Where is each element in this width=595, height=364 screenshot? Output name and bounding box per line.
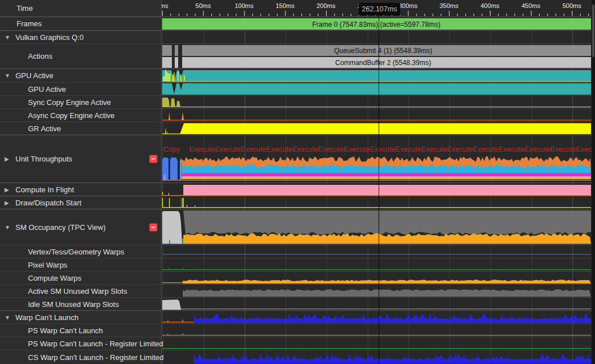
track-compute-warps[interactable] bbox=[162, 271, 592, 284]
sidebar-row-pixel-warps[interactable]: Pixel Warps bbox=[0, 258, 162, 271]
row-warp-cant-launch: ▼Warp Can't Launch bbox=[0, 310, 595, 323]
expand-arrow-icon[interactable]: ▶ bbox=[5, 187, 13, 193]
track-ps-warp-cant-launch[interactable] bbox=[162, 323, 592, 337]
row-gr-active: GR Active bbox=[0, 122, 595, 135]
vertical-scrollbar[interactable] bbox=[592, 0, 595, 364]
sidebar-row-time[interactable]: Time bbox=[0, 0, 162, 17]
track-ps-warp-cant-launch-graphic bbox=[162, 324, 592, 337]
sidebar-row-unit-throughputs[interactable]: ▶Unit Throughputs bbox=[0, 135, 162, 183]
track-frames[interactable]: Frame 0 (7547.83ms) (active=5597.78ms) bbox=[162, 17, 592, 30]
expand-arrow-icon[interactable]: ▶ bbox=[5, 200, 13, 206]
sidebar-row-cs-warp-cant-launch-register-limited[interactable]: CS Warp Can't Launch - Register Limited bbox=[0, 350, 162, 364]
track-compute-warps-graphic bbox=[162, 272, 592, 284]
track-vertex-tess-geometry-warps[interactable] bbox=[162, 245, 592, 258]
queue-submit-label: QueueSubmit 4 (1) (5548.39ms) bbox=[334, 47, 432, 55]
row-vertex-tess-geometry-warps: Vertex/Tess/Geometry Warps bbox=[0, 245, 595, 258]
track-unit-throughputs[interactable]: CopyExecuteExecuteExecuteExecuteExecuteE… bbox=[162, 135, 592, 183]
track-sync-copy-engine-active[interactable] bbox=[162, 95, 592, 108]
track-frames-graphic: Frame 0 (7547.83ms) (active=5597.78ms) bbox=[162, 17, 592, 30]
track-sm-occupancy-tpc-view[interactable] bbox=[162, 209, 592, 245]
track-compute-in-flight[interactable] bbox=[162, 183, 592, 196]
sidebar-row-compute-in-flight[interactable]: ▶Compute In Flight bbox=[0, 183, 162, 196]
sidebar-row-sm-occupancy-tpc-view[interactable]: ▼SM Occupancy (TPC View) bbox=[0, 209, 162, 245]
ruler-tick-label: 150ms bbox=[276, 2, 295, 9]
row-label: PS Warp Can't Launch - Register Limited bbox=[28, 339, 163, 348]
sidebar-row-draw-dispatch-start[interactable]: ▶Draw/Dispatch Start bbox=[0, 196, 162, 209]
collapse-arrow-icon[interactable]: ▼ bbox=[5, 34, 13, 41]
sidebar-row-vulkan-graphics-q0[interactable]: ▼Vulkan Graphics Q:0 bbox=[0, 30, 162, 43]
sidebar-row-ps-warp-cant-launch-register-limited[interactable]: PS Warp Can't Launch - Register Limited bbox=[0, 337, 162, 350]
track-gpu-active-graphic bbox=[162, 83, 592, 95]
track-vulkan-graphics-q0[interactable] bbox=[162, 30, 592, 43]
track-active-sm-unused-warp-slots-graphic bbox=[162, 285, 592, 297]
sidebar-row-active-sm-unused-warp-slots[interactable]: Active SM Unused Warp Slots bbox=[0, 284, 162, 297]
track-ps-warp-cant-launch-register-limited[interactable] bbox=[162, 337, 592, 350]
sidebar-row-vertex-tess-geometry-warps[interactable]: Vertex/Tess/Geometry Warps bbox=[0, 245, 162, 258]
track-warp-cant-launch[interactable] bbox=[162, 310, 592, 323]
track-async-copy-engine-active[interactable] bbox=[162, 108, 592, 122]
track-ps-warp-cant-launch-register-limited-graphic bbox=[162, 337, 592, 350]
command-buffer-label: CommandBuffer 2 (5548.39ms) bbox=[335, 59, 431, 67]
row-label: Compute In Flight bbox=[15, 185, 74, 194]
sidebar-row-idle-sm-unused-warp-slots[interactable]: Idle SM Unused Warp Slots bbox=[0, 297, 162, 310]
collapse-arrow-icon[interactable]: ▼ bbox=[5, 224, 13, 230]
row-ps-warp-cant-launch: PS Warp Can't Launch bbox=[0, 323, 595, 337]
gpu-trace-timeline: Time0ms50ms100ms150ms200ms250ms300ms350m… bbox=[0, 0, 595, 364]
track-gpu-active-group[interactable] bbox=[162, 68, 592, 82]
track-active-sm-unused-warp-slots[interactable] bbox=[162, 284, 592, 297]
track-vertex-tess-geometry-warps-graphic bbox=[162, 245, 592, 258]
row-label: Idle SM Unused Warp Slots bbox=[28, 300, 119, 309]
track-actions-graphic: QueueSubmit 4 (1) (5548.39ms)CommandBuff… bbox=[162, 44, 592, 68]
row-cs-warp-cant-launch-register-limited: CS Warp Can't Launch - Register Limited bbox=[0, 350, 595, 364]
track-vulkan-graphics-q0-graphic bbox=[162, 31, 592, 43]
track-pixel-warps[interactable] bbox=[162, 258, 592, 271]
collapse-arrow-icon[interactable]: ▼ bbox=[5, 314, 13, 321]
sidebar-row-gr-active[interactable]: GR Active bbox=[0, 122, 162, 135]
sidebar-row-frames[interactable]: Frames bbox=[0, 17, 162, 30]
track-draw-dispatch-start[interactable] bbox=[162, 196, 592, 209]
track-idle-sm-unused-warp-slots[interactable] bbox=[162, 297, 592, 310]
row-label: Unit Throughputs bbox=[15, 155, 73, 163]
row-sm-occupancy-tpc-view: ▼SM Occupancy (TPC View) bbox=[0, 209, 595, 245]
track-async-copy-engine-active-graphic bbox=[162, 109, 592, 122]
collapse-arrow-icon[interactable]: ▼ bbox=[5, 72, 13, 79]
track-gpu-active[interactable] bbox=[162, 82, 592, 95]
row-label: Active SM Unused Warp Slots bbox=[28, 287, 127, 296]
row-label: GPU Active bbox=[15, 71, 53, 80]
sidebar-row-gpu-active[interactable]: GPU Active bbox=[0, 82, 162, 95]
row-actions: ActionsQueueSubmit 4 (1) (5548.39ms)Comm… bbox=[0, 43, 595, 68]
sidebar-row-async-copy-engine-active[interactable]: Async Copy Engine Active bbox=[0, 108, 162, 122]
track-idle-sm-unused-warp-slots-graphic bbox=[162, 298, 592, 310]
track-unit-throughputs-graphic: CopyExecuteExecuteExecuteExecuteExecuteE… bbox=[162, 135, 592, 183]
row-gpu-active-group: ▼GPU Active bbox=[0, 68, 595, 82]
row-label: Time bbox=[17, 4, 33, 13]
row-label: Vertex/Tess/Geometry Warps bbox=[28, 248, 124, 256]
track-gr-active[interactable] bbox=[162, 122, 592, 135]
timeline-rows: Time0ms50ms100ms150ms200ms250ms300ms350m… bbox=[0, 0, 595, 364]
row-unit-throughputs: ▶Unit ThroughputsCopyExecuteExecuteExecu… bbox=[0, 135, 595, 183]
track-draw-dispatch-start-graphic bbox=[162, 196, 592, 209]
track-cs-warp-cant-launch-register-limited[interactable] bbox=[162, 350, 592, 364]
track-pixel-warps-graphic bbox=[162, 258, 592, 271]
track-compute-in-flight-graphic bbox=[162, 183, 592, 196]
metric-warning-badge[interactable] bbox=[149, 155, 158, 163]
track-actions[interactable]: QueueSubmit 4 (1) (5548.39ms)CommandBuff… bbox=[162, 43, 592, 68]
metric-warning-badge[interactable] bbox=[149, 223, 158, 232]
copy-label: Copy bbox=[163, 145, 180, 153]
vertical-scrollbar-thumb[interactable] bbox=[592, 5, 594, 57]
sidebar-row-actions[interactable]: Actions bbox=[0, 43, 162, 68]
sidebar-row-compute-warps[interactable]: Compute Warps bbox=[0, 271, 162, 284]
track-gpu-active-group-graphic bbox=[162, 69, 592, 82]
track-sync-copy-engine-active-graphic bbox=[162, 96, 592, 108]
sidebar-row-warp-cant-launch[interactable]: ▼Warp Can't Launch bbox=[0, 310, 162, 323]
row-label: Compute Warps bbox=[28, 274, 81, 282]
row-compute-warps: Compute Warps bbox=[0, 271, 595, 284]
sidebar-row-sync-copy-engine-active[interactable]: Sync Copy Engine Active bbox=[0, 95, 162, 108]
time-cursor-line[interactable] bbox=[379, 16, 379, 364]
ruler-tick-label: 500ms bbox=[562, 2, 582, 9]
compute-in-flight-bar[interactable] bbox=[183, 185, 591, 195]
row-label: PS Warp Can't Launch bbox=[28, 326, 103, 335]
sidebar-row-gpu-active-group[interactable]: ▼GPU Active bbox=[0, 68, 162, 82]
sidebar-row-ps-warp-cant-launch[interactable]: PS Warp Can't Launch bbox=[0, 323, 162, 337]
expand-arrow-icon[interactable]: ▶ bbox=[5, 156, 13, 162]
